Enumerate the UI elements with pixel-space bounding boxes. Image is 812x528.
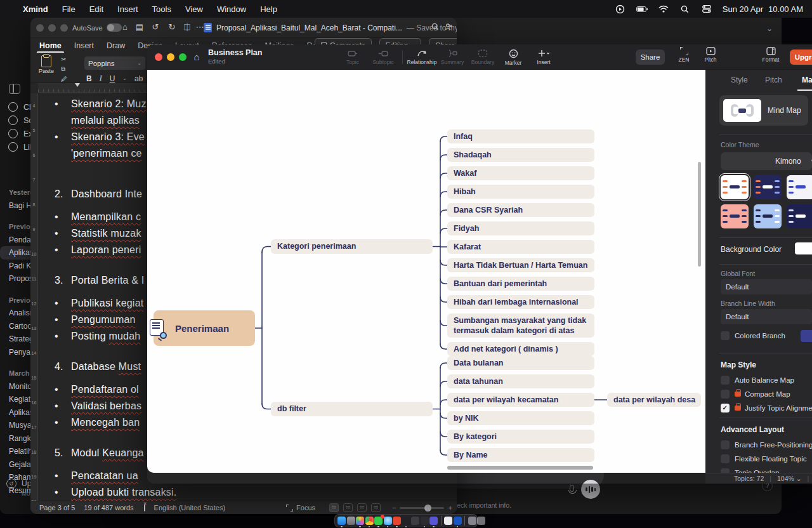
menubar-item[interactable]: Help: [260, 4, 277, 14]
vertical-scrollbar[interactable]: [698, 162, 701, 267]
menubar-item[interactable]: View: [185, 4, 203, 14]
format-painter-icon[interactable]: 🖉: [61, 76, 67, 82]
central-topic[interactable]: Penerimaan: [154, 310, 255, 346]
language-indicator[interactable]: English (United States): [154, 504, 226, 512]
zen-mode-button[interactable]: ZEN: [671, 47, 697, 63]
dock-xmind-icon[interactable]: [402, 517, 410, 525]
dock-purple-app-icon[interactable]: [429, 517, 438, 525]
subtopic[interactable]: Wakaf: [447, 166, 594, 180]
close-button[interactable]: [155, 53, 162, 61]
subtopic[interactable]: Sumbangan masyarakat yang tidak termasuk…: [447, 314, 594, 338]
strikethrough-button[interactable]: ab: [134, 74, 143, 83]
map-style-option[interactable]: Justify Topic Alignment: [721, 401, 812, 415]
underline-button[interactable]: U: [110, 74, 115, 83]
subtopic[interactable]: Data bulanan: [447, 356, 594, 370]
menubar-item[interactable]: Insert: [117, 4, 138, 14]
boundary-button[interactable]: Boundary: [468, 46, 498, 65]
colored-branch-row[interactable]: Colored Branch: [721, 331, 785, 340]
branch-topic-db-filter[interactable]: db filter: [271, 402, 433, 416]
relationship-button[interactable]: Relationship: [407, 46, 437, 65]
paste-button[interactable]: Paste: [37, 55, 56, 74]
web-layout-view-icon[interactable]: [343, 503, 353, 512]
bold-button[interactable]: B: [86, 74, 92, 83]
subtopic[interactable]: Bantuan dari pemerintah: [447, 277, 594, 291]
focus-mode-button[interactable]: Focus: [286, 504, 315, 512]
subtopic[interactable]: Dana CSR Syariah: [447, 203, 594, 217]
subtopic[interactable]: Shadaqah: [447, 148, 594, 162]
print-layout-view-icon[interactable]: [329, 503, 339, 512]
branch-line-width-select[interactable]: Default: [721, 309, 812, 324]
subtopic-desa[interactable]: data per wilayah desa: [607, 393, 701, 407]
subtopic[interactable]: Hibah: [447, 185, 594, 199]
subtopic[interactable]: Infaq: [447, 129, 594, 143]
dock-settings-icon[interactable]: [347, 517, 355, 525]
format-panel-button[interactable]: Format: [758, 47, 783, 63]
save-icon[interactable]: ▤: [134, 22, 145, 32]
theme-thumbnail-6[interactable]: [787, 204, 812, 228]
map-style-option[interactable]: Compact Map: [721, 387, 812, 401]
checkbox[interactable]: [721, 454, 730, 463]
menubar-item[interactable]: File: [62, 4, 75, 14]
subtopic[interactable]: Kafarat: [447, 240, 594, 254]
background-window-chevron-icon[interactable]: ⌄: [766, 24, 773, 33]
minimize-button[interactable]: [167, 53, 174, 61]
subtopic[interactable]: Harta Tidak Bertuan / Harta Temuan: [447, 258, 594, 272]
theme-thumbnail-4[interactable]: [721, 204, 749, 228]
font-select[interactable]: Poppins⌄: [84, 56, 145, 70]
subtopic[interactable]: data tahunan: [447, 374, 594, 388]
mindmap-canvas[interactable]: Penerimaan Kategori penerimaan db filter…: [147, 70, 705, 473]
control-center-icon[interactable]: [701, 4, 712, 14]
share-user-icon[interactable]: [445, 23, 456, 31]
subtopic[interactable]: By Name: [447, 448, 594, 462]
checkbox[interactable]: [721, 376, 730, 385]
sidebar-upgrade-item[interactable]: ↺ Up: [6, 478, 31, 489]
theme-thumbnail-3[interactable]: [787, 175, 812, 199]
home-icon[interactable]: ⌂: [119, 22, 131, 32]
dock-chrome-icon[interactable]: [365, 517, 374, 525]
insert-button[interactable]: Insert: [528, 46, 559, 65]
map-style-option[interactable]: Auto Balance Map: [721, 373, 812, 387]
zoom-in-button[interactable]: +: [448, 504, 452, 512]
dock-folder-app-icon[interactable]: [411, 517, 419, 525]
minimize-button[interactable]: [48, 24, 56, 32]
subtopic[interactable]: data per wilayah kecamatan: [447, 393, 594, 407]
word-count[interactable]: 19 of 487 words: [84, 504, 133, 512]
horizontal-scrollbar[interactable]: [447, 466, 593, 470]
ribbon-tab[interactable]: Draw: [107, 41, 125, 50]
checkbox[interactable]: [721, 404, 730, 412]
menubar-item[interactable]: Tools: [152, 4, 171, 14]
subtopic-button[interactable]: Subtopic: [368, 46, 398, 65]
outline-view-icon[interactable]: [357, 503, 367, 512]
dock-telegram-icon[interactable]: [384, 517, 392, 525]
proofing-icon[interactable]: [144, 505, 145, 512]
subtopic[interactable]: By kategori: [447, 430, 594, 444]
ribbon-tab[interactable]: Insert: [74, 41, 94, 50]
undo-icon[interactable]: ↺: [150, 22, 161, 32]
copy-icon[interactable]: ⧉: [61, 65, 67, 73]
battery-icon[interactable]: [636, 4, 648, 14]
dock-whatsapp-icon[interactable]: [374, 517, 383, 525]
background-color-swatch[interactable]: [795, 242, 812, 254]
global-font-select[interactable]: Default: [721, 279, 812, 294]
autosave-toggle[interactable]: AutoSave: [72, 23, 122, 32]
dock-word-icon[interactable]: [454, 517, 462, 525]
cut-icon[interactable]: ✂: [61, 56, 67, 63]
print-icon[interactable]: ⎅: [181, 22, 193, 32]
redo-icon[interactable]: ↻: [166, 22, 178, 32]
tab-style[interactable]: Style: [731, 76, 748, 84]
page-indicator[interactable]: Page 3 of 5: [39, 504, 75, 512]
menubar-clock[interactable]: Sun 20 Apr 10.00 AM: [723, 4, 803, 14]
spotlight-icon[interactable]: [679, 4, 691, 14]
dock-trash-icon[interactable]: [477, 517, 485, 525]
subtopic[interactable]: Add net kategori ( dinamis ): [447, 342, 594, 356]
theme-thumbnail-5[interactable]: [754, 204, 782, 228]
checkbox[interactable]: [721, 440, 730, 449]
draft-view-icon[interactable]: [371, 503, 381, 512]
checkbox[interactable]: [721, 331, 730, 340]
menubar-app-name[interactable]: Xmind: [23, 4, 48, 14]
theme-select[interactable]: Kimono ▼: [721, 152, 812, 170]
theme-thumbnail-2[interactable]: [754, 175, 782, 199]
subtopic[interactable]: Hibah dari lembaga internasional: [447, 295, 594, 309]
sidebar-toggle-icon[interactable]: [9, 84, 20, 94]
summary-button[interactable]: Summary: [437, 46, 468, 65]
